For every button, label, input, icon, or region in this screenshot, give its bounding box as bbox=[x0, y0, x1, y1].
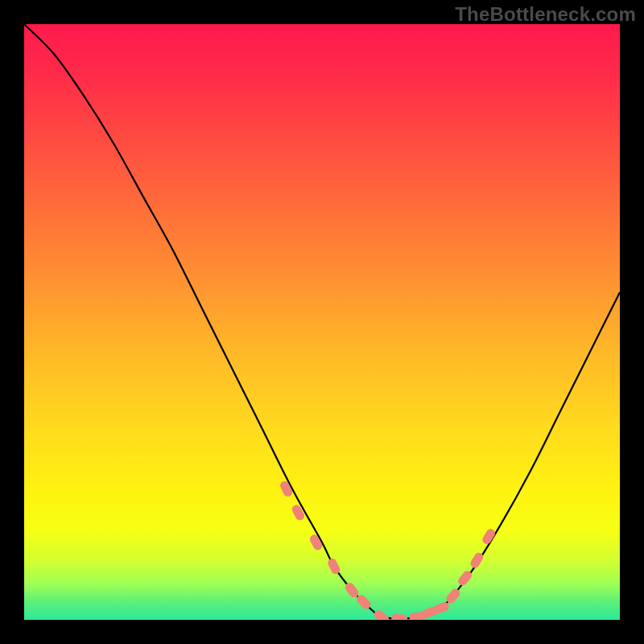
gradient-background bbox=[24, 24, 620, 620]
plot-area bbox=[24, 24, 620, 620]
watermark-text: TheBottleneck.com bbox=[455, 3, 636, 26]
chart-frame: TheBottleneck.com bbox=[0, 0, 644, 644]
bottleneck-chart bbox=[24, 24, 620, 620]
